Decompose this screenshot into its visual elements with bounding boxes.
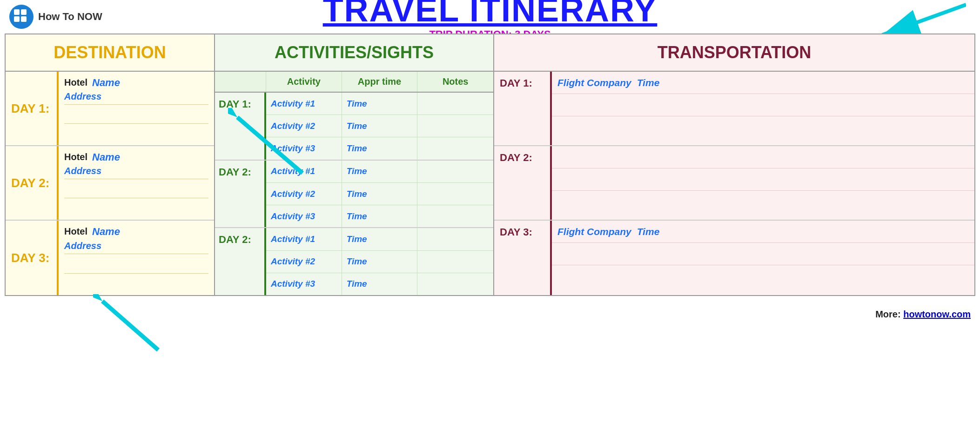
trans-day-3-label: DAY 3: [494, 221, 550, 295]
header: How To NOW TRAVEL ITINERARY TRIP DURATIO… [0, 0, 980, 34]
act-d3-name-1: Activity #1 [266, 228, 342, 250]
footer-more-label: More: [875, 309, 900, 319]
activities-arrow-icon [228, 108, 321, 178]
itinerary-container: DESTINATION ACTIVITIES/SIGHTS TRANSPORTA… [0, 34, 980, 305]
trans-day-3-content: Flight Company Time [550, 221, 974, 295]
act-d3-note-1 [417, 228, 493, 250]
trans-d2-row-1 [552, 146, 974, 168]
act-d1-time-2: Time [342, 115, 417, 137]
act-d3-time-1: Time [342, 228, 417, 250]
act-d3-name-3: Activity #3 [266, 273, 342, 295]
content-area: DAY 1: Hotel Name Address DAY 2 [5, 72, 975, 296]
hotel-name-1: Name [92, 77, 120, 89]
svg-line-10 [102, 301, 158, 350]
destination-day-2: DAY 2: Hotel Name Address [6, 146, 214, 221]
dest-day2-arrow-icon [93, 294, 168, 355]
act-sub-notes: Notes [417, 72, 493, 92]
transport-day-2: DAY 2: [494, 146, 974, 221]
transportation-column: DAY 1: Flight Company Time DAY 2: [494, 72, 974, 295]
trans-d1-row-1: Flight Company Time [552, 72, 974, 94]
activities-day-3: DAY 2: Activity #1 Activity #2 Activity … [215, 228, 493, 295]
svg-rect-3 [14, 16, 20, 22]
dest-day-1-content: Hotel Name Address [57, 72, 214, 145]
dest-day-1-label: DAY 1: [6, 72, 57, 145]
logo-text: How To NOW [38, 11, 102, 23]
activities-header: ACTIVITIES/SIGHTS [215, 34, 494, 71]
svg-rect-2 [21, 9, 27, 15]
trans-day-2-label: DAY 2: [494, 146, 550, 220]
flight-time-d1: Time [637, 77, 660, 88]
hotel-row-2: Hotel Name [64, 151, 208, 163]
hotel-row-3: Hotel Name [64, 226, 208, 238]
act-d2-note-1 [417, 161, 493, 183]
destination-header: DESTINATION [6, 34, 215, 71]
trans-d1-row-3 [552, 116, 974, 139]
hotel-name-3: Name [92, 226, 120, 238]
hotel-label-3: Hotel [64, 226, 87, 237]
activities-column: Activity Appr time Notes DAY 1: Activity… [215, 72, 494, 295]
flight-company-d1: Flight Company [557, 77, 631, 88]
trans-d2-row-2 [552, 168, 974, 191]
svg-rect-4 [21, 16, 27, 22]
trans-day-1-label: DAY 1: [494, 72, 550, 145]
footer-link[interactable]: howtonow.com [903, 309, 971, 319]
act-d1-note-1 [417, 93, 493, 115]
main-title: TRAVEL ITINERARY [323, 0, 658, 27]
act-d3-time-2: Time [342, 251, 417, 273]
trans-day-2-content [550, 146, 974, 220]
act-d2-note-2 [417, 183, 493, 205]
act-sub-apprtime: Appr time [342, 72, 418, 92]
act-d1-time-3: Time [342, 137, 417, 159]
act-day-2-times: Time Time Time [342, 161, 418, 228]
hotel-row-1: Hotel Name [64, 77, 208, 89]
address-row-1: Address [64, 91, 208, 102]
trans-d3-row-1: Flight Company Time [552, 221, 974, 243]
transportation-header: TRANSPORTATION [494, 34, 974, 71]
destination-day-1: DAY 1: Hotel Name Address [6, 72, 214, 146]
act-sub-empty [215, 72, 266, 92]
act-sub-activity: Activity [266, 72, 342, 92]
act-day-1-times: Time Time Time [342, 93, 418, 160]
act-day-3-times: Time Time Time [342, 228, 418, 295]
trans-d3-row-2 [552, 243, 974, 265]
hotel-name-2: Name [92, 151, 120, 163]
dest-day-2-label: DAY 2: [6, 146, 57, 220]
flight-time-d3: Time [637, 226, 660, 237]
address-row-3: Address [64, 241, 208, 251]
trans-d3-row-3 [552, 265, 974, 288]
address-label-1: Address [64, 91, 101, 101]
act-d1-time-1: Time [342, 93, 417, 115]
act-d2-time-1: Time [342, 161, 417, 183]
act-day-3-names: Activity #1 Activity #2 Activity #3 [266, 228, 342, 295]
act-d3-note-3 [417, 273, 493, 295]
act-d2-time-3: Time [342, 205, 417, 227]
act-d2-note-3 [417, 205, 493, 227]
address-label-3: Address [64, 241, 101, 251]
transport-day-1: DAY 1: Flight Company Time [494, 72, 974, 146]
act-day-3-notes [417, 228, 493, 295]
act-d3-note-2 [417, 251, 493, 273]
dest-sub-row-2b [64, 198, 208, 215]
dest-day-3-content: Hotel Name Address [57, 221, 214, 295]
svg-line-6 [882, 5, 966, 35]
hotel-label-2: Hotel [64, 152, 87, 162]
dest-day-2-content: Hotel Name Address [57, 146, 214, 220]
dest-sub-row-3b [64, 273, 208, 290]
act-day-1-notes [417, 93, 493, 160]
trans-d1-row-2 [552, 94, 974, 116]
act-day-2-notes [417, 161, 493, 228]
logo-icon [9, 5, 34, 29]
svg-line-8 [237, 117, 302, 173]
transport-day-3: DAY 3: Flight Company Time [494, 221, 974, 295]
act-d2-name-2: Activity #2 [266, 183, 342, 205]
act-day-3-label: DAY 2: [215, 228, 266, 295]
act-d3-name-2: Activity #2 [266, 251, 342, 273]
act-d3-time-3: Time [342, 273, 417, 295]
destination-column: DAY 1: Hotel Name Address DAY 2 [6, 72, 215, 295]
dest-sub-row-1b [64, 123, 208, 140]
address-label-2: Address [64, 166, 101, 176]
act-d1-note-2 [417, 115, 493, 137]
dest-sub-row-2a [64, 179, 208, 195]
logo-area: How To NOW [9, 5, 102, 29]
dest-sub-row-3a [64, 254, 208, 270]
